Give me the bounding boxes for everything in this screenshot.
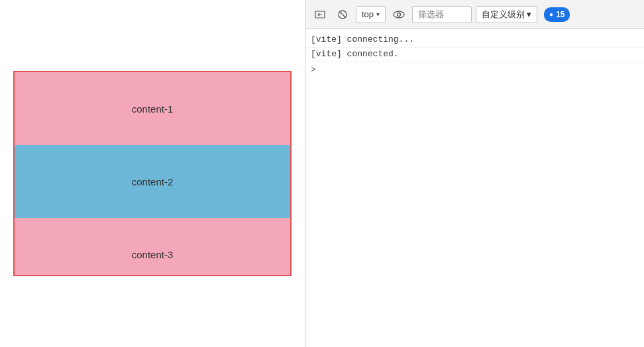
back-icon [315,9,325,20]
scroll-content[interactable]: content-1 content-2 content-3 [15,72,290,275]
content-block-3: content-3 [15,218,290,275]
live-expressions-button[interactable] [390,5,408,24]
console-line-2: [vite] connected. [305,48,644,62]
content-block-1: content-1 [15,72,290,145]
devtools-panel: top ▾ 自定义级别 ▾ ● 15 [vite] connecting... [305,0,644,347]
console-caret-row[interactable]: > [305,62,644,77]
content-2-label: content-2 [132,176,174,187]
message-count: 15 [556,10,564,19]
blue-dot-icon: ● [549,11,553,18]
log-level-chevron-icon: ▾ [527,9,531,19]
log-level-label: 自定义级别 [482,9,525,21]
console-line-1: [vite] connecting... [305,33,644,48]
svg-point-3 [394,11,404,18]
content-3-label: content-3 [132,249,174,260]
caret-icon: > [311,65,316,75]
filter-input[interactable] [412,6,472,23]
console-line-2-text: [vite] connected. [311,49,399,59]
browser-viewport: content-1 content-2 content-3 [13,71,292,276]
context-selector-value: top [362,9,374,19]
log-level-dropdown[interactable]: 自定义级别 ▾ [476,6,537,23]
console-line-1-text: [vite] connecting... [311,34,414,44]
message-count-badge: ● 15 [544,7,570,22]
chevron-down-icon: ▾ [376,11,380,18]
svg-line-2 [340,11,346,17]
block-icon [337,9,348,20]
content-block-2: content-2 [15,145,290,218]
eye-icon [393,10,405,19]
context-selector-dropdown[interactable]: top ▾ [356,6,386,23]
devtools-toolbar: top ▾ 自定义级别 ▾ ● 15 [305,0,644,29]
svg-point-4 [398,13,401,16]
browser-preview-panel: content-1 content-2 content-3 [0,0,305,347]
content-1-label: content-1 [132,103,174,115]
console-output-area[interactable]: [vite] connecting... [vite] connected. > [305,29,644,347]
back-forward-icon-button[interactable] [311,5,329,24]
clear-console-button[interactable] [333,5,352,24]
